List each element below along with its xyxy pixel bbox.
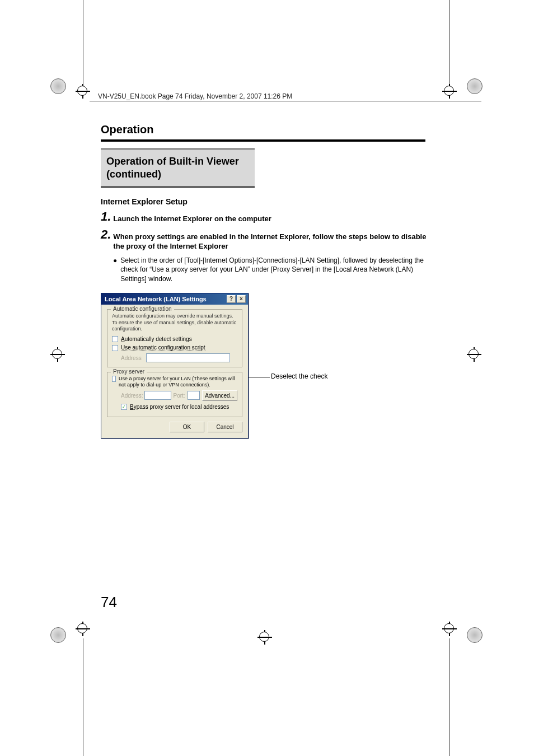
dialog-title: Local Area Network (LAN) Settings <box>105 296 207 302</box>
cancel-button[interactable]: Cancel <box>208 422 242 432</box>
step-text: When proxy settings are enabled in the I… <box>113 228 434 251</box>
page-number: 74 <box>101 594 117 611</box>
ok-button[interactable]: OK <box>170 422 204 432</box>
reg-mark-tr-outer <box>467 78 485 96</box>
crop-line <box>83 638 83 756</box>
reg-mark-mr-outer <box>467 347 485 365</box>
lan-settings-dialog: Local Area Network (LAN) Settings ? × Au… <box>101 293 249 438</box>
sub-banner: Operation of Built-in Viewer (continued) <box>101 148 255 188</box>
step-1: 1. Launch the Internet Explorer on the c… <box>101 211 434 224</box>
section-title: Operation <box>101 123 434 136</box>
step-2: 2. When proxy settings are enabled in th… <box>101 228 434 251</box>
bullet-text: Select in the order of [Tool]-[Internet … <box>120 256 434 284</box>
reg-mark-tl-outer <box>50 78 68 96</box>
checkbox-label: Bypass proxy server for local addressesB… <box>130 404 229 410</box>
callout-text: Deselect the check <box>271 372 327 380</box>
crop-line <box>83 0 83 84</box>
step-text: Launch the Internet Explorer on the comp… <box>113 211 271 224</box>
callout-line <box>249 377 270 377</box>
port-label: Port: <box>174 393 185 399</box>
reg-mark-br <box>442 622 460 640</box>
reg-mark-bl <box>76 622 93 640</box>
checkbox-auto-detect[interactable] <box>112 336 118 342</box>
step-num: 1. <box>101 211 111 224</box>
group-legend: Proxy server <box>111 368 147 375</box>
group-legend: Automatic configuration <box>111 306 174 312</box>
help-button[interactable]: ? <box>227 295 236 303</box>
checkbox-label: Use automatic configuration script <box>121 344 205 351</box>
subhead: Internet Explorer Setup <box>101 197 434 206</box>
proxy-address-input[interactable] <box>144 391 171 400</box>
checkbox-label: Use a proxy server for your LAN (These s… <box>119 376 237 388</box>
checkbox-bypass[interactable]: ✓ <box>121 404 127 410</box>
reg-mark-bm <box>257 630 275 648</box>
bullet-dot-icon: ● <box>113 256 117 284</box>
group-proxy: Proxy server Use a proxy server for your… <box>107 372 242 417</box>
reg-mark-tr <box>442 84 460 102</box>
bullet-line: ● Select in the order of [Tool]-[Interne… <box>113 256 434 284</box>
group-auto-config: Automatic configuration Automatic config… <box>107 309 242 367</box>
address-input[interactable] <box>146 353 230 362</box>
checkbox-label: AAutomatically detect settingsutomatical… <box>121 336 192 342</box>
dialog-titlebar[interactable]: Local Area Network (LAN) Settings ? × <box>101 293 248 305</box>
crop-line <box>449 0 450 84</box>
group-desc: Automatic configuration may override man… <box>112 313 237 333</box>
checkbox-use-script[interactable] <box>112 345 118 351</box>
reg-mark-tl <box>76 84 93 102</box>
reg-mark-br-outer <box>467 627 485 645</box>
checkbox-use-proxy[interactable] <box>112 376 116 382</box>
reg-mark-bl-outer <box>50 627 68 645</box>
advanced-button[interactable]: Advanced... <box>202 390 237 401</box>
crop-line <box>449 638 450 756</box>
address-label: Address <box>121 355 143 361</box>
address-label: Address: <box>121 393 142 399</box>
step-num: 2. <box>101 228 111 251</box>
section-rule <box>101 139 425 142</box>
reg-mark-ml-outer <box>50 347 68 365</box>
proxy-port-input[interactable] <box>188 391 200 400</box>
close-button[interactable]: × <box>237 295 246 303</box>
